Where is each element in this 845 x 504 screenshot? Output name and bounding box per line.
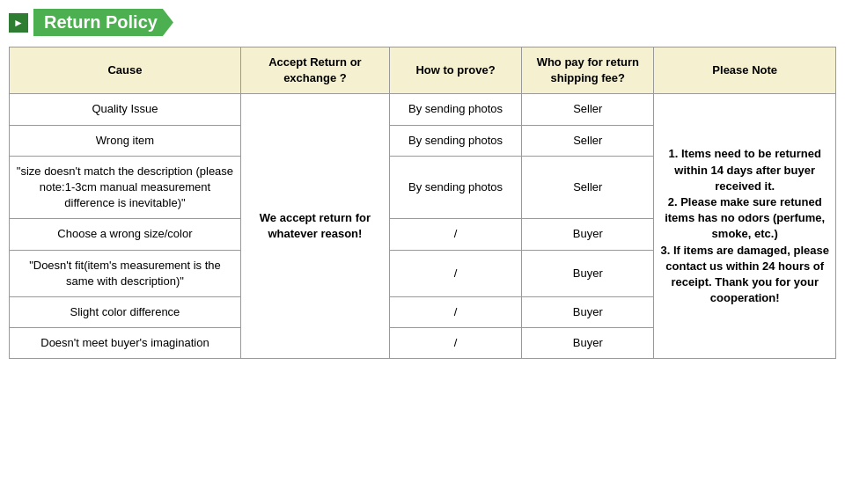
cell-who-pay: Buyer: [522, 328, 654, 359]
cell-who-pay: Buyer: [522, 219, 654, 250]
col-header-note: Please Note: [654, 47, 836, 94]
cell-cause: Quality Issue: [10, 94, 241, 125]
cell-cause: "size doesn't match the description (ple…: [10, 156, 241, 219]
col-header-cause: Cause: [10, 47, 241, 94]
cell-cause: Doesn't meet buyer's imagination: [10, 328, 241, 359]
policy-table: Cause Accept Return or exchange ? How to…: [9, 47, 836, 359]
table-header-row: Cause Accept Return or exchange ? How to…: [10, 47, 836, 94]
table-row: Quality IssueWe accept return for whatev…: [10, 94, 836, 125]
cell-cause: "Doesn't fit(item's measurement is the s…: [10, 250, 241, 296]
col-header-who-pay: Who pay for return shipping fee?: [522, 47, 654, 94]
cell-who-pay: Seller: [522, 125, 654, 156]
cell-prove: By sending photos: [389, 125, 521, 156]
cell-who-pay: Seller: [522, 94, 654, 125]
cell-cause: Slight color difference: [10, 296, 241, 327]
cell-prove: /: [389, 296, 521, 327]
cell-prove: By sending photos: [389, 156, 521, 219]
cell-cause: Choose a wrong size/color: [10, 219, 241, 250]
cell-prove: /: [389, 250, 521, 296]
cell-prove: /: [389, 219, 521, 250]
header-icon: ►: [9, 13, 28, 33]
cell-prove: By sending photos: [389, 94, 521, 125]
header: ► Return Policy: [9, 9, 836, 36]
cell-who-pay: Buyer: [522, 250, 654, 296]
cell-prove: /: [389, 328, 521, 359]
cell-who-pay: Buyer: [522, 296, 654, 327]
col-header-prove: How to prove?: [389, 47, 521, 94]
cell-cause: Wrong item: [10, 125, 241, 156]
page-wrapper: ► Return Policy Cause Accept Return or e…: [0, 0, 845, 368]
cell-accept: We accept return for whatever reason!: [240, 94, 389, 359]
cell-note: 1. Items need to be returned within 14 d…: [654, 94, 836, 359]
cell-who-pay: Seller: [522, 156, 654, 219]
col-header-accept: Accept Return or exchange ?: [240, 47, 389, 94]
page-title: Return Policy: [33, 9, 173, 36]
